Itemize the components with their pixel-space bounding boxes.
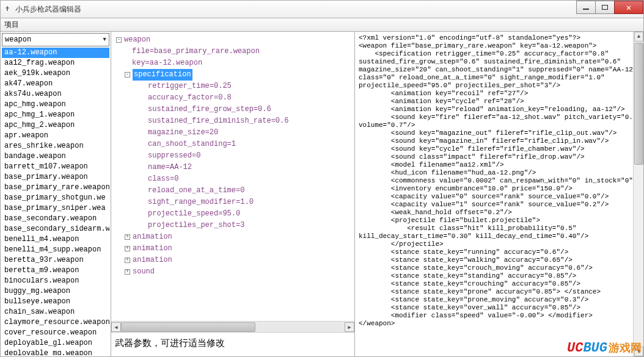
list-item[interactable]: deployable_mg.weapon <box>2 348 109 355</box>
left-panel: weapon ▼ aa-12.weaponaa12_frag.weaponaek… <box>1 32 111 356</box>
tree-hscrollbar[interactable]: ◀ ▶ <box>111 321 354 332</box>
main-area: weapon ▼ aa-12.weaponaa12_frag.weaponaek… <box>0 32 644 357</box>
list-item[interactable]: base_secondary.weapon <box>2 214 109 224</box>
tree-node[interactable]: +sound <box>111 266 354 278</box>
chevron-down-icon: ▼ <box>103 37 106 43</box>
menu-item-project[interactable]: 项目 <box>4 20 19 30</box>
list-item[interactable]: claymore_resource.weapon <box>2 317 109 328</box>
list-item[interactable]: base_secondary_sidearm.w <box>2 224 109 234</box>
property-tree[interactable]: -weaponfile=base_primary_rare.weaponkey=… <box>111 32 354 321</box>
hscroll-thumb[interactable] <box>121 322 255 332</box>
tree-node[interactable]: class=0 <box>111 173 354 185</box>
list-item[interactable]: apc_hmg_1.weapon <box>2 110 109 120</box>
list-item[interactable]: apc_hmg_2.weapon <box>2 120 109 131</box>
tree-node[interactable]: sight_range_modifier=1.0 <box>111 197 354 208</box>
list-item[interactable]: barrett_m107.weapon <box>2 162 109 172</box>
weapon-list[interactable]: aa-12.weaponaa12_frag.weaponaek_919k.wea… <box>2 48 109 355</box>
list-item[interactable]: base_primary_sniper.wea <box>2 203 109 214</box>
dropdown-value: weapon <box>5 35 31 44</box>
xml-text[interactable]: <?xml version="1.0" encoding="utf-8" sta… <box>355 32 643 330</box>
tree-node[interactable]: projectiles_per_shot=3 <box>111 220 354 231</box>
tree-node[interactable]: file=base_primary_rare.weapon <box>111 46 354 57</box>
minimize-button[interactable] <box>576 1 596 14</box>
tree-node[interactable]: +animation <box>111 243 354 254</box>
list-item[interactable]: beretta_m9.weapon <box>2 265 109 276</box>
titlebar: ✝ 小兵步枪武器编辑器 ✕ <box>0 0 644 18</box>
list-item[interactable]: benelli_m4.weapon <box>2 234 109 245</box>
scroll-left-button[interactable]: ◀ <box>111 322 121 332</box>
list-item[interactable]: buggy_mg.weapon <box>2 286 109 297</box>
vscroll-thumb[interactable] <box>634 43 643 165</box>
list-item[interactable]: aks74u.weapon <box>2 89 109 99</box>
list-item[interactable]: aa-12.weapon <box>2 48 109 58</box>
list-item[interactable]: beretta_93r.weapon <box>2 255 109 265</box>
tree-node[interactable]: name=AA-12 <box>111 162 354 173</box>
tree-node[interactable]: sustained_fire_grow_step=0.6 <box>111 104 354 115</box>
tree-node[interactable]: -specification <box>111 69 354 81</box>
tree-node[interactable]: reload_one_at_a_time=0 <box>111 185 354 197</box>
maximize-button[interactable] <box>595 1 615 14</box>
list-item[interactable]: base_primary_rare.weapon <box>2 182 109 193</box>
tree-node[interactable]: projectile_speed=95.0 <box>111 208 354 220</box>
app-icon: ✝ <box>3 5 12 13</box>
window-buttons: ✕ <box>577 1 643 14</box>
list-item[interactable]: aek_919k.weapon <box>2 68 109 79</box>
tree-node[interactable]: suppressed=0 <box>111 150 354 162</box>
tree-node[interactable]: retrigger_time=0.25 <box>111 81 354 92</box>
watermark: UCBUG 游戏网 <box>567 341 642 356</box>
tree-node[interactable]: magazine_size=20 <box>111 127 354 139</box>
tree-node[interactable]: sustained_fire_diminish_rate=0.6 <box>111 115 354 127</box>
list-item[interactable]: base_primary.weapon <box>2 172 109 182</box>
xml-vscrollbar[interactable]: ▲ ▼ <box>633 32 643 356</box>
list-item[interactable]: ak47.weapon <box>2 79 109 89</box>
list-item[interactable]: base_primary_shotgun.we <box>2 193 109 203</box>
list-item[interactable]: cover_resource.weapon <box>2 328 109 338</box>
close-button[interactable]: ✕ <box>614 1 643 14</box>
tree-node[interactable]: can_shoot_standing=1 <box>111 139 354 150</box>
tree-node[interactable]: +animation <box>111 231 354 243</box>
tree-node[interactable]: +animation <box>111 254 354 266</box>
list-item[interactable]: aa12_frag.weapon <box>2 58 109 68</box>
scroll-right-button[interactable]: ▶ <box>345 322 354 332</box>
xml-panel: <?xml version="1.0" encoding="utf-8" sta… <box>355 32 643 356</box>
menu-bar: 项目 <box>0 18 644 32</box>
tree-node[interactable]: key=aa-12.weapon <box>111 57 354 69</box>
list-item[interactable]: bandage.weapon <box>2 151 109 162</box>
list-item[interactable]: bullseye.weapon <box>2 297 109 307</box>
list-item[interactable]: ares_shrike.weapon <box>2 141 109 151</box>
scroll-up-button[interactable]: ▲ <box>634 32 643 41</box>
list-item[interactable]: binoculars.weapon <box>2 276 109 286</box>
list-item[interactable]: benelli_m4_supp.weapon <box>2 245 109 255</box>
footer-caption: 武器参数，可进行适当修改 <box>111 332 354 356</box>
list-item[interactable]: deployable_gl.weapon <box>2 338 109 348</box>
list-item[interactable]: chain_saw.weapon <box>2 307 109 317</box>
window-title: 小兵步枪武器编辑器 <box>15 4 81 15</box>
list-item[interactable]: apr.weapon <box>2 131 109 141</box>
tree-node[interactable]: accuracy_factor=0.8 <box>111 92 354 104</box>
category-dropdown[interactable]: weapon ▼ <box>2 33 109 46</box>
list-item[interactable]: apc_hmg.weapon <box>2 99 109 110</box>
tree-node[interactable]: -weapon <box>111 34 354 46</box>
svg-rect-0 <box>602 5 608 10</box>
tree-panel: -weaponfile=base_primary_rare.weaponkey=… <box>111 32 355 356</box>
